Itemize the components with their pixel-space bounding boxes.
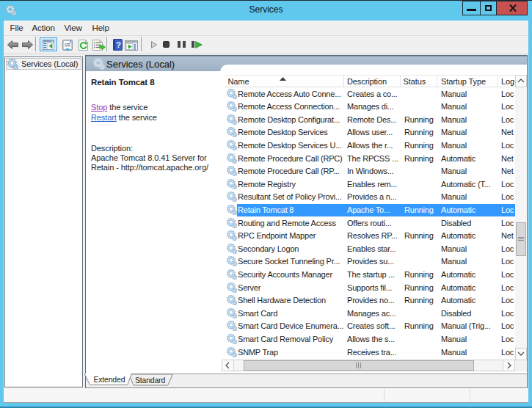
- svg-text:?: ?: [116, 40, 121, 49]
